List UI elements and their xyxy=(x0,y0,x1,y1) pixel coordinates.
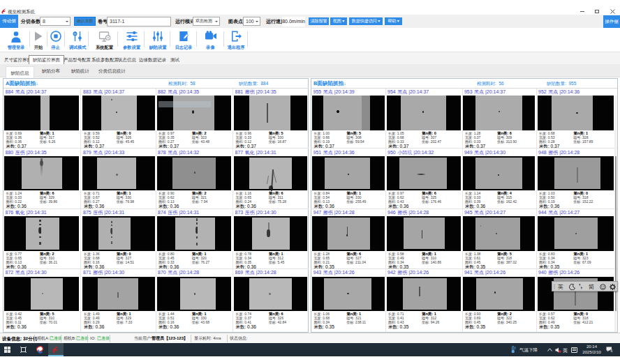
svg-text:6: 6 xyxy=(610,349,612,353)
